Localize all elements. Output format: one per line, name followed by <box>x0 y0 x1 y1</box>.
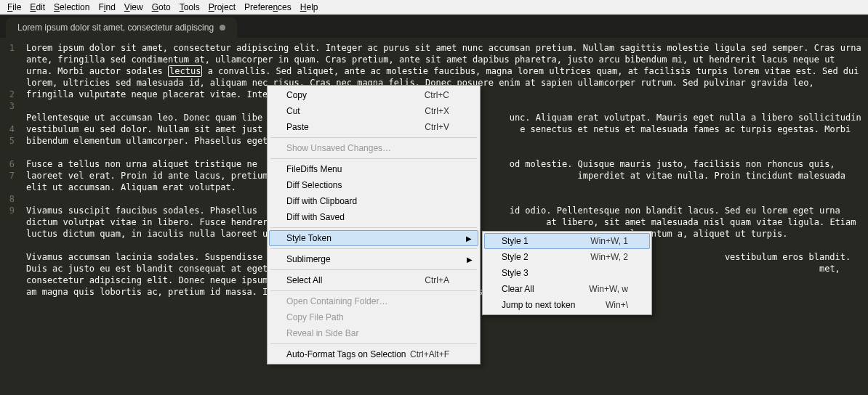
ctx-auto-format[interactable]: Auto-Format Tags on SelectionCtrl+Alt+F <box>269 346 478 362</box>
separator <box>270 290 477 291</box>
ctx-copy-path[interactable]: Copy File Path <box>269 309 478 325</box>
dirty-indicator-icon <box>220 25 225 30</box>
style-token-submenu: Style 1Win+W, 1 Style 2Win+W, 2 Style 3 … <box>482 231 652 315</box>
submenu-arrow-icon: ▶ <box>466 235 472 243</box>
menubar: File Edit Selection Find View Goto Tools… <box>0 0 868 15</box>
ctx-paste[interactable]: PasteCtrl+V <box>269 119 478 135</box>
menu-goto[interactable]: Goto <box>148 1 175 13</box>
separator <box>270 269 477 270</box>
menu-tools[interactable]: Tools <box>175 1 204 13</box>
context-menu: CopyCtrl+C CutCtrl+X PasteCtrl+V Show Un… <box>267 85 481 365</box>
sub-clear-all[interactable]: Clear AllWin+W, w <box>484 281 650 297</box>
separator <box>270 227 477 228</box>
line-gutter: 1 2 3 4 5 6 7 8 9 <box>0 38 20 395</box>
tab-active[interactable]: Lorem ipsum dolor sit amet, consectetur … <box>6 17 237 38</box>
ctx-copy[interactable]: CopyCtrl+C <box>269 87 478 103</box>
separator <box>270 158 477 159</box>
menu-find[interactable]: Find <box>94 1 119 13</box>
ctx-style-token[interactable]: Style Token▶ <box>269 230 478 246</box>
menu-preferences[interactable]: Preferences <box>240 1 296 13</box>
sub-style-3[interactable]: Style 3 <box>484 265 650 281</box>
menu-file[interactable]: File <box>3 1 25 13</box>
text: Vivamus accumsan lacinia sodales. Suspen… <box>26 252 262 262</box>
menu-help[interactable]: Help <box>296 1 323 13</box>
menu-edit[interactable]: Edit <box>25 1 49 13</box>
ctx-show-unsaved[interactable]: Show Unsaved Changes… <box>269 140 478 156</box>
tab-title: Lorem ipsum dolor sit amet, consectetur … <box>17 23 214 33</box>
text: Vivamus suscipit faucibus sodales. Phase… <box>26 205 257 216</box>
submenu-arrow-icon: ▶ <box>467 256 473 264</box>
ctx-diff-saved[interactable]: Diff with Saved <box>269 209 478 225</box>
word-highlight: lectus <box>168 65 202 77</box>
separator <box>270 248 477 249</box>
tab-bar: Lorem ipsum dolor sit amet, consectetur … <box>0 15 868 38</box>
separator <box>270 343 477 344</box>
sub-jump-next[interactable]: Jump to next tokenWin+\ <box>484 297 650 313</box>
sub-style-2[interactable]: Style 2Win+W, 2 <box>484 249 650 265</box>
ctx-sublimerge[interactable]: Sublimerge▶ <box>269 251 478 267</box>
ctx-diff-clipboard[interactable]: Diff with Clipboard <box>269 193 478 209</box>
ctx-filediffs-menu[interactable]: FileDiffs Menu <box>269 161 478 177</box>
text: Pellentesque ut accumsan leo. Donec quam… <box>26 113 262 123</box>
ctx-select-all[interactable]: Select AllCtrl+A <box>269 272 478 288</box>
ctx-reveal-sidebar[interactable]: Reveal in Side Bar <box>269 325 478 341</box>
separator <box>270 137 477 138</box>
menu-selection[interactable]: Selection <box>49 1 94 13</box>
menu-view[interactable]: View <box>120 1 148 13</box>
ctx-open-folder[interactable]: Open Containing Folder… <box>269 293 478 309</box>
ctx-diff-selections[interactable]: Diff Selections <box>269 177 478 193</box>
menu-project[interactable]: Project <box>204 1 240 13</box>
sub-style-1[interactable]: Style 1Win+W, 1 <box>484 233 650 249</box>
text: Fusce a tellus non urna aliquet tristiqu… <box>26 159 257 169</box>
ctx-cut[interactable]: CutCtrl+X <box>269 103 478 119</box>
